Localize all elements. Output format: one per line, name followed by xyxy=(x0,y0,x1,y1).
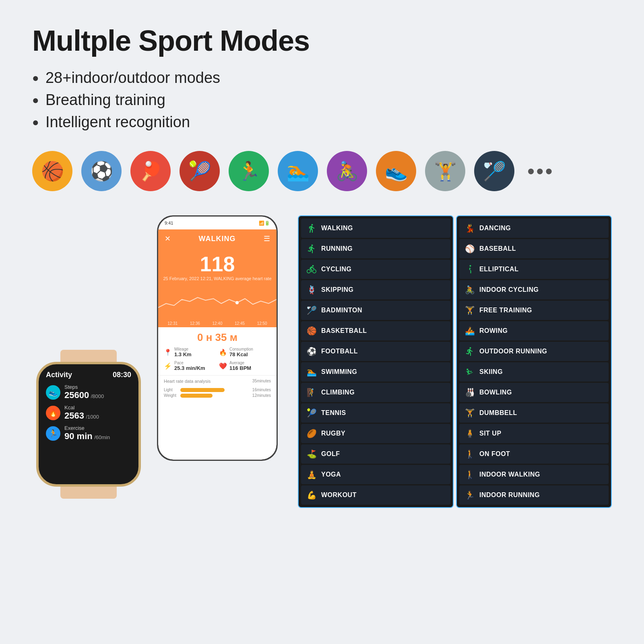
rugby-label: RUGBY xyxy=(321,430,345,437)
watch-band-bottom xyxy=(60,487,117,499)
sport-on-foot[interactable]: 🚶 ON FOOT xyxy=(459,444,609,464)
skipping-icon: 🪢 xyxy=(306,284,317,295)
sport-baseball[interactable]: ⚾ BASEBALL xyxy=(459,239,609,258)
watch-screen: Activity 08:30 👟 Steps 25600 /8000 xyxy=(39,364,138,452)
sport-indoor-walking[interactable]: 🚶 INDOOR WALKING xyxy=(459,465,609,484)
time-label-2: 12:40 xyxy=(212,321,222,326)
phone-close-icon[interactable]: ✕ xyxy=(165,234,171,243)
sport-football[interactable]: ⚽ FOOTBALL xyxy=(301,342,450,361)
sport-dumbbell[interactable]: 🏋 DUMBBELL xyxy=(459,403,609,423)
sport-indoor-running[interactable]: 🏃 INDOOR RUNNING xyxy=(459,485,609,505)
badminton-icon: 🏸 xyxy=(306,305,317,316)
basketball-icon: 🏀 xyxy=(306,325,317,336)
watch-stat-exercise: 🏃 Exercise 90 min /60min xyxy=(46,425,131,442)
football-icon: ⚽ xyxy=(306,346,317,357)
phone-menu-icon[interactable]: ☰ xyxy=(264,234,270,243)
phone-body: 9:41 📶🔋 ✕ WALKING ☰ 118 25 February, xyxy=(157,215,278,461)
hr-duration: 35minutes xyxy=(252,379,271,385)
yoga-label: YOGA xyxy=(321,471,341,478)
sport-tennis[interactable]: 🎾 TENNIS xyxy=(301,403,450,423)
sport-badminton[interactable]: 🏸 BADMINTON xyxy=(301,301,450,320)
phone-stats-grid: 📍 Mileage 1.3 Km 🔥 Consumptio xyxy=(164,347,271,371)
steps-number: 25600 xyxy=(64,390,89,400)
sport-workout[interactable]: 💪 WORKOUT xyxy=(301,485,450,505)
indoor-running-icon: 🏃 xyxy=(464,489,475,501)
heart-rate-value: 118 xyxy=(158,252,277,276)
tennis-icon: 🎾 xyxy=(306,407,317,419)
sport-basketball[interactable]: 🏀 BASKETBALL xyxy=(301,321,450,341)
sport-indoor-cycling[interactable]: 🚴 INDOOR CYCLING xyxy=(459,280,609,299)
sport-walking[interactable]: WALKING xyxy=(301,219,450,238)
sport-rowing[interactable]: 🚣 ROWING xyxy=(459,321,609,341)
pace-label: Pace xyxy=(174,361,205,365)
sport-skipping[interactable]: 🪢 SKIPPING xyxy=(301,280,450,299)
swimming-label: SWIMMING xyxy=(321,368,357,376)
sport-free-training[interactable]: 🏋️ FREE TRAINING xyxy=(459,301,609,320)
pace-icon: ⚡ xyxy=(164,362,172,370)
climbing-icon: 🧗 xyxy=(306,387,317,398)
free-training-icon: 🏋️ xyxy=(464,305,475,316)
steps-label: Steps xyxy=(64,384,104,390)
sport-running[interactable]: RUNNING xyxy=(301,239,450,258)
svg-point-0 xyxy=(235,301,239,304)
hr-bar-light-row: Light 16minutes xyxy=(164,388,271,392)
workout-icon: 💪 xyxy=(306,489,317,501)
climbing-label: CLIMBING xyxy=(321,389,355,396)
sport-dancing[interactable]: 💃 DANCING xyxy=(459,219,609,238)
bullet-1: 28+indoor/outdoor modes xyxy=(32,69,612,87)
phone-app-title: WALKING xyxy=(199,235,236,243)
steps-goal: /8000 xyxy=(91,393,104,399)
running-icon xyxy=(306,243,317,254)
smartwatch: Activity 08:30 👟 Steps 25600 /8000 xyxy=(32,352,145,489)
dancing-icon: 💃 xyxy=(464,223,475,234)
sport-icon-shoes: 👟 xyxy=(376,151,416,191)
yoga-icon: 🧘 xyxy=(306,469,317,480)
phone-icons-status: 📶🔋 xyxy=(259,221,270,226)
swimming-icon: 🏊 xyxy=(306,366,317,378)
exercise-text: Exercise 90 min /60min xyxy=(64,425,110,442)
sport-sit-up[interactable]: 🧍 SIT UP xyxy=(459,424,609,443)
bottom-section: 9:41 📶🔋 ✕ WALKING ☰ 118 25 February, xyxy=(32,215,612,508)
bowling-icon: 🎳 xyxy=(464,387,475,398)
sport-rugby[interactable]: 🏉 RUGBY xyxy=(301,424,450,443)
mileage-value: 1.3 Km xyxy=(174,351,192,357)
on-foot-icon: 🚶 xyxy=(464,448,475,460)
kcal-icon: 🔥 xyxy=(46,406,60,420)
time-label-0: 12:31 xyxy=(167,321,178,326)
phone-time-labels: 12:31 12:36 12:40 12:45 12:50 xyxy=(158,320,277,327)
hr-bar-weight-time: 12minutes xyxy=(252,393,271,398)
dumbbell-icon: 🏋 xyxy=(464,407,475,419)
sport-swimming[interactable]: 🏊 SWIMMING xyxy=(301,362,450,382)
phone-stat-avg: ❤️ Average 116 BPM xyxy=(219,361,271,371)
rowing-icon: 🚣 xyxy=(464,325,475,336)
watch-band-top xyxy=(60,350,117,362)
baseball-label: BASEBALL xyxy=(479,245,516,252)
exercise-goal: /60min xyxy=(94,434,110,440)
sport-outdoor-running[interactable]: OUTDOOR RUNNING xyxy=(459,342,609,361)
phone-duration: 0 н 35 м xyxy=(164,331,271,344)
dumbbell-label: DUMBBELL xyxy=(479,409,517,417)
kcal-number: 2563 xyxy=(64,411,84,421)
sport-bowling[interactable]: 🎳 BOWLING xyxy=(459,383,609,402)
sport-cycling[interactable]: CYCLING xyxy=(301,260,450,279)
sport-yoga[interactable]: 🧘 YOGA xyxy=(301,465,450,484)
phone-app-header: ✕ WALKING ☰ xyxy=(158,229,277,248)
sport-icon-cycling: 🚴 xyxy=(327,151,367,191)
phone-status-bar: 9:41 📶🔋 xyxy=(158,217,277,229)
hr-bar-weight xyxy=(180,394,213,398)
sport-golf[interactable]: ⛳ GOLF xyxy=(301,444,450,464)
sport-icon-tabletennis: 🏓 xyxy=(130,151,171,191)
phone-heart-rate-section: 118 25 February, 2022 12:21, WALKING ave… xyxy=(158,248,277,283)
watch-activity-label: Activity xyxy=(46,371,72,379)
sport-elliptical[interactable]: ELLIPTICAL xyxy=(459,260,609,279)
sport-climbing[interactable]: 🧗 CLIMBING xyxy=(301,383,450,402)
avg-icon: ❤️ xyxy=(219,362,227,370)
page-container: Multple Sport Modes 28+indoor/outdoor mo… xyxy=(0,0,644,644)
phone: 9:41 📶🔋 ✕ WALKING ☰ 118 25 February, xyxy=(157,215,282,465)
bullet-3: Intelligent recognition xyxy=(32,114,612,131)
watch-body: Activity 08:30 👟 Steps 25600 /8000 xyxy=(36,362,141,487)
time-label-4: 12:50 xyxy=(257,321,267,326)
sport-skiing[interactable]: ⛷ SKIING xyxy=(459,362,609,382)
indoor-cycling-icon: 🚴 xyxy=(464,284,475,295)
phone-screen: 9:41 📶🔋 ✕ WALKING ☰ 118 25 February, xyxy=(158,217,277,460)
